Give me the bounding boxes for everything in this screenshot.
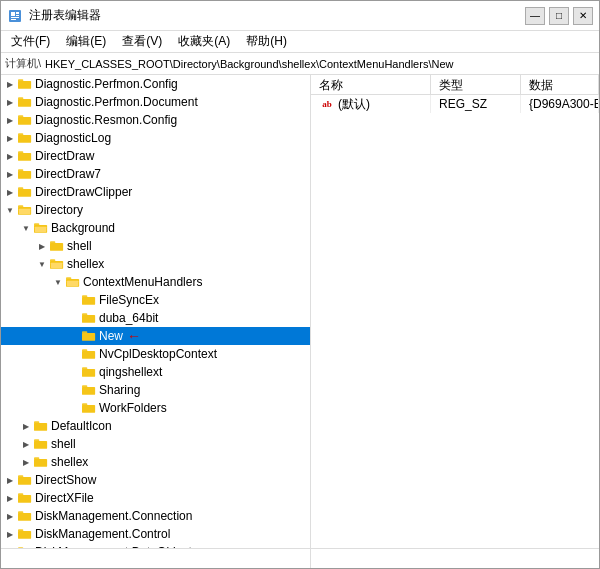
node-label: shellex [67,255,104,273]
tree-node[interactable]: ▶ DirectDraw7 [1,165,310,183]
expand-button[interactable]: ▶ [3,527,17,541]
folder-icon [81,311,97,325]
menu-item[interactable]: 查看(V) [116,32,168,51]
col-header-name: 名称 [311,75,431,95]
tree-node[interactable]: ▶ Diagnostic.Perfmon.Config [1,75,310,93]
expand-button[interactable]: ▼ [3,203,17,217]
folder-icon [17,527,33,541]
tree-node[interactable]: FileSyncEx [1,291,310,309]
svg-rect-6 [18,81,31,89]
node-label: Directory [35,201,83,219]
svg-rect-21 [18,205,23,208]
expand-button[interactable]: ▶ [3,131,17,145]
node-label: ContextMenuHandlers [83,273,202,291]
tree-node[interactable]: ▼ Directory [1,201,310,219]
tree-node[interactable]: WorkFolders [1,399,310,417]
folder-icon [33,437,49,451]
menu-item[interactable]: 帮助(H) [240,32,293,51]
title-bar: 注册表编辑器 — □ ✕ [1,1,599,31]
expand-button[interactable]: ▶ [3,149,17,163]
tree-node[interactable]: ▼ shellex [1,255,310,273]
tree-node[interactable]: ▶ shell [1,237,310,255]
expand-button[interactable]: ▶ [19,437,33,451]
expand-button[interactable]: ▶ [3,185,17,199]
expand-button[interactable]: ▶ [3,491,17,505]
tree-node[interactable]: NvCplDesktopContext [1,345,310,363]
tree-node[interactable]: ▼ ContextMenuHandlers [1,273,310,291]
folder-icon [81,365,97,379]
tree-node[interactable]: duba_64bit [1,309,310,327]
expand-button[interactable]: ▼ [51,275,65,289]
tree-node[interactable]: qingshellext [1,363,310,381]
tree-node[interactable]: ▶ DirectShow [1,471,310,489]
expand-button[interactable]: ▶ [19,419,33,433]
close-button[interactable]: ✕ [573,7,593,25]
folder-icon [33,419,49,433]
tree-node[interactable]: ▶ shell [1,435,310,453]
svg-rect-3 [16,15,19,16]
tree-panel[interactable]: ▶ Diagnostic.Perfmon.Config▶ Diagnostic.… [1,75,311,548]
tree-node[interactable]: ▶ DefaultIcon [1,417,310,435]
svg-rect-26 [50,243,63,251]
tree-node[interactable]: ▶ DiagnosticLog [1,129,310,147]
app-icon [7,8,23,24]
expand-button[interactable]: ▶ [3,113,17,127]
expand-button[interactable]: ▼ [19,221,33,235]
tree-node[interactable]: ▶ DirectXFile [1,489,310,507]
svg-rect-37 [82,313,87,316]
col-header-data: 数据 [521,75,599,95]
tree-node[interactable]: Sharing [1,381,310,399]
menu-item[interactable]: 文件(F) [5,32,56,51]
minimize-button[interactable]: — [525,7,545,25]
svg-rect-53 [34,457,39,460]
folder-icon [17,473,33,487]
folder-icon [17,149,33,163]
value-name: (默认) [338,96,370,113]
tree-node[interactable]: ▶ DirectDrawClipper [1,183,310,201]
tree-node[interactable]: ▶ Diagnostic.Resmon.Config [1,111,310,129]
expand-button[interactable]: ▼ [35,257,49,271]
svg-rect-24 [34,223,39,226]
detail-header: 名称 类型 数据 [311,75,599,95]
tree-node[interactable]: ▶ shellex [1,453,310,471]
svg-rect-41 [82,349,87,352]
svg-rect-44 [82,387,95,395]
tree-node[interactable]: ▶ Diagnostic.Perfmon.Document [1,93,310,111]
expand-button[interactable]: ▶ [3,509,17,523]
svg-rect-45 [82,385,87,388]
expand-button[interactable]: ▶ [3,473,17,487]
svg-rect-18 [18,189,31,197]
tree-node[interactable]: ▶ DiskManagement.Control [1,525,310,543]
folder-icon [81,293,97,307]
node-label: DirectDraw7 [35,165,101,183]
menu-item[interactable]: 收藏夹(A) [172,32,236,51]
svg-rect-25 [35,227,46,232]
svg-rect-32 [66,277,71,280]
tree-node[interactable]: ▼ Background [1,219,310,237]
svg-rect-8 [18,99,31,107]
node-label: DirectShow [35,471,96,489]
expand-button[interactable]: ▶ [3,77,17,91]
menu-item[interactable]: 编辑(E) [60,32,112,51]
tree-node[interactable]: New← [1,327,310,345]
detail-row[interactable]: ab (默认) REG_SZ {D969A300-E [311,95,599,113]
svg-rect-50 [34,441,47,449]
tree-node[interactable]: ▶ DiskManagement.Connection [1,507,310,525]
svg-rect-49 [34,421,39,424]
svg-rect-57 [18,493,23,496]
expand-button[interactable]: ▶ [3,167,17,181]
folder-icon [17,113,33,127]
tree-node[interactable]: ▶ DirectDraw [1,147,310,165]
statusbar-left [1,549,311,568]
window-controls: — □ ✕ [525,7,593,25]
node-label: DirectDrawClipper [35,183,132,201]
expand-button[interactable]: ▶ [3,95,17,109]
svg-rect-46 [82,405,95,413]
svg-rect-19 [18,187,23,190]
maximize-button[interactable]: □ [549,7,569,25]
expand-button[interactable]: ▶ [35,239,49,253]
expand-button[interactable]: ▶ [19,455,33,469]
addressbar: 计算机\ HKEY_CLASSES_ROOT\Directory\Backgro… [1,53,599,75]
svg-rect-2 [16,12,19,14]
svg-rect-42 [82,369,95,377]
